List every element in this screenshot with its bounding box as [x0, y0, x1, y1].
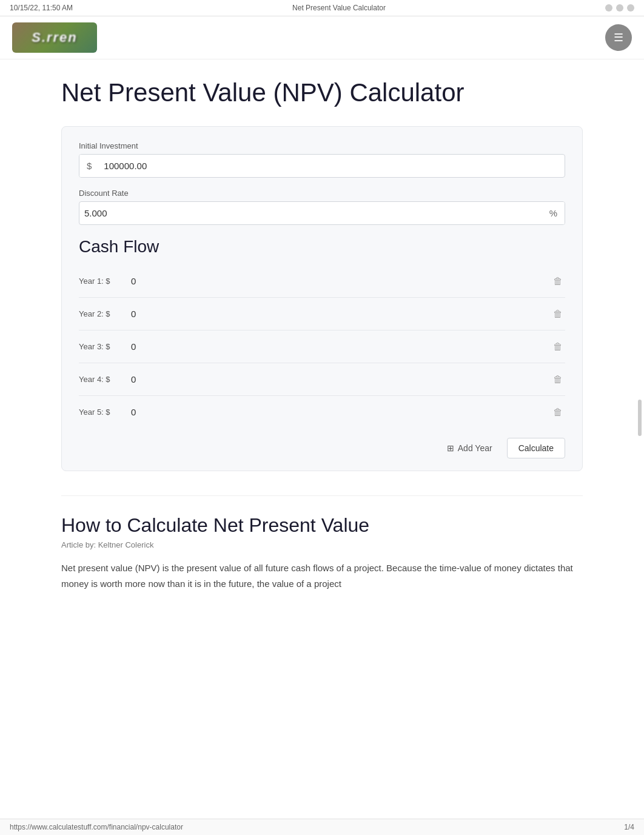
- cashflow-title: Cash Flow: [79, 237, 565, 257]
- page-title: Net Present Value (NPV) Calculator: [61, 78, 583, 108]
- site-logo[interactable]: S.rren: [12, 22, 97, 53]
- article-byline: Article by: Keltner Colerick: [61, 540, 583, 549]
- cashflow-rows-container: Year 1: $🗑Year 2: $🗑Year 3: $🗑Year 4: $🗑…: [79, 265, 565, 428]
- discount-rate-label: Discount Rate: [79, 189, 565, 198]
- cashflow-input-year-3[interactable]: [129, 337, 543, 357]
- initial-investment-input-group: $: [79, 154, 565, 178]
- cashflow-row: Year 2: $🗑: [79, 298, 565, 330]
- menu-icon: ☰: [614, 31, 623, 44]
- article-text: Net present value (NPV) is the present v…: [61, 560, 583, 591]
- browser-controls: [605, 4, 634, 12]
- calculate-button[interactable]: Calculate: [507, 438, 565, 458]
- add-year-icon: ⊞: [447, 443, 454, 453]
- add-year-label: Add Year: [458, 443, 492, 453]
- discount-rate-input-group: %: [79, 201, 565, 225]
- page-content: Net Present Value (NPV) Calculator Initi…: [49, 59, 595, 628]
- header-menu-icon[interactable]: ☰: [605, 24, 632, 51]
- action-row: ⊞ Add Year Calculate: [79, 438, 565, 458]
- browser-tab-title: Net Present Value Calculator: [292, 4, 386, 12]
- cashflow-input-year-5[interactable]: [129, 402, 543, 422]
- cashflow-year-label-2: Year 2: $: [79, 309, 121, 318]
- cashflow-row: Year 5: $🗑: [79, 396, 565, 428]
- delete-year-button-4[interactable]: 🗑: [551, 372, 565, 387]
- page-header: S.rren ☰: [0, 16, 644, 59]
- percent-suffix: %: [542, 202, 565, 224]
- cashflow-year-label-5: Year 5: $: [79, 407, 121, 417]
- delete-year-button-2[interactable]: 🗑: [551, 307, 565, 321]
- article-section: How to Calculate Net Present Value Artic…: [61, 495, 583, 609]
- initial-investment-section: Initial Investment $: [79, 141, 565, 178]
- cashflow-row: Year 4: $🗑: [79, 363, 565, 396]
- browser-control-3[interactable]: [627, 4, 634, 12]
- cashflow-input-year-2[interactable]: [129, 304, 543, 324]
- initial-investment-input[interactable]: [99, 155, 565, 177]
- logo-text: S.rren: [32, 30, 78, 45]
- cashflow-year-label-4: Year 4: $: [79, 375, 121, 384]
- discount-rate-section: Discount Rate %: [79, 189, 565, 225]
- delete-year-button-1[interactable]: 🗑: [551, 274, 565, 289]
- cashflow-row: Year 1: $🗑: [79, 265, 565, 298]
- browser-bar: 10/15/22, 11:50 AM Net Present Value Cal…: [0, 0, 644, 16]
- browser-timestamp: 10/15/22, 11:50 AM: [10, 4, 73, 12]
- cashflow-input-year-1[interactable]: [129, 271, 543, 291]
- currency-prefix: $: [79, 155, 99, 177]
- browser-control-2[interactable]: [616, 4, 623, 12]
- calculator-card: Initial Investment $ Discount Rate % Cas…: [61, 126, 583, 471]
- cashflow-year-label-1: Year 1: $: [79, 277, 121, 286]
- scrollbar[interactable]: [638, 400, 642, 436]
- add-year-button[interactable]: ⊞ Add Year: [440, 438, 500, 458]
- article-title: How to Calculate Net Present Value: [61, 514, 583, 537]
- cashflow-year-label-3: Year 3: $: [79, 342, 121, 351]
- delete-year-button-5[interactable]: 🗑: [551, 405, 565, 420]
- cashflow-input-year-4[interactable]: [129, 369, 543, 389]
- discount-rate-input[interactable]: [79, 202, 542, 224]
- cashflow-row: Year 3: $🗑: [79, 330, 565, 363]
- initial-investment-label: Initial Investment: [79, 141, 565, 150]
- browser-control-1[interactable]: [605, 4, 612, 12]
- delete-year-button-3[interactable]: 🗑: [551, 340, 565, 354]
